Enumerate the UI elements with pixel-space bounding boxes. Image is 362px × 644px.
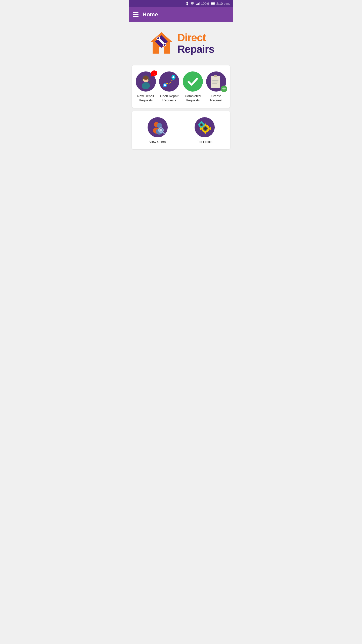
new-repair-requests-label: New RepairRequests — [137, 94, 154, 103]
svg-point-27 — [172, 76, 174, 78]
svg-point-40 — [159, 129, 162, 132]
time-display: 2:10 p.m. — [216, 2, 230, 6]
svg-point-44 — [204, 127, 207, 130]
app-bar-title: Home — [143, 11, 158, 18]
edit-profile-icon-circle — [195, 117, 215, 137]
new-repair-requests-button[interactable]: ! New RepairRequests — [135, 70, 157, 104]
bluetooth-icon — [186, 2, 189, 6]
hamburger-menu-button[interactable] — [133, 12, 139, 17]
top-icon-grid: ! New RepairRequests — [135, 70, 227, 104]
svg-rect-5 — [197, 4, 198, 5]
notification-badge: ! — [150, 70, 158, 76]
svg-rect-57 — [201, 127, 202, 128]
svg-rect-59 — [198, 124, 199, 125]
open-repair-requests-label: Open RepairRequests — [160, 94, 178, 103]
create-request-plus-badge — [221, 86, 227, 92]
open-repair-requests-button[interactable]: Open RepairRequests — [159, 70, 180, 104]
svg-point-25 — [164, 84, 166, 86]
svg-rect-10 — [211, 3, 214, 5]
logo-text: Direct Repairs — [177, 32, 214, 55]
app-bar: Home — [129, 7, 233, 22]
logo-container: Direct Repairs — [132, 27, 230, 62]
status-icons: 100% 2:10 p.m. — [186, 2, 230, 6]
open-repair-requests-icon-circle — [159, 71, 179, 92]
wifi-icon — [190, 2, 195, 5]
create-request-label: Create Request — [206, 94, 227, 103]
logo-repairs: Repairs — [177, 44, 214, 55]
signal-icon — [196, 2, 200, 5]
plus-icon — [222, 87, 226, 91]
svg-point-23 — [150, 82, 151, 83]
battery-icon — [211, 2, 215, 5]
logo-direct: Direct — [177, 32, 214, 44]
completed-requests-icon-circle — [183, 71, 203, 92]
completed-requests-label: CompletedRequests — [185, 94, 201, 103]
svg-rect-9 — [214, 3, 215, 4]
svg-rect-29 — [214, 75, 217, 77]
top-icon-card: ! New RepairRequests — [132, 65, 230, 108]
new-repair-requests-icon-circle: ! — [136, 71, 156, 92]
svg-rect-58 — [203, 124, 205, 125]
edit-profile-label: Edit Profile — [197, 140, 212, 144]
logo-icon — [148, 30, 175, 57]
logo-wrap: Direct Repairs — [148, 30, 214, 57]
view-users-button[interactable]: View Users — [135, 116, 180, 146]
bottom-icon-grid: View Users — [135, 116, 227, 146]
view-users-icon-circle — [148, 117, 168, 137]
svg-rect-21 — [142, 79, 143, 81]
main-content: Direct Repairs — [129, 22, 233, 154]
completed-requests-button[interactable]: CompletedRequests — [182, 70, 204, 104]
edit-profile-button[interactable]: Edit Profile — [182, 116, 227, 146]
svg-rect-6 — [198, 3, 199, 5]
svg-rect-4 — [196, 4, 197, 5]
battery-percent: 100% — [201, 2, 209, 6]
svg-point-20 — [142, 82, 150, 89]
create-request-button[interactable]: Create Request — [206, 70, 227, 104]
svg-point-37 — [157, 123, 162, 128]
svg-line-41 — [162, 132, 164, 133]
view-users-label: View Users — [149, 140, 166, 144]
checkmark-icon — [187, 75, 199, 88]
svg-point-55 — [200, 124, 202, 126]
map-route-icon — [161, 74, 177, 89]
svg-rect-7 — [199, 2, 200, 5]
gears-icon — [196, 118, 213, 136]
users-search-icon — [150, 119, 165, 135]
status-bar: 100% 2:10 p.m. — [129, 0, 233, 7]
svg-rect-46 — [204, 132, 206, 134]
bottom-icon-card: View Users — [132, 111, 230, 149]
svg-point-3 — [192, 5, 192, 5]
svg-rect-56 — [201, 121, 202, 123]
create-request-icon-circle — [206, 71, 226, 92]
